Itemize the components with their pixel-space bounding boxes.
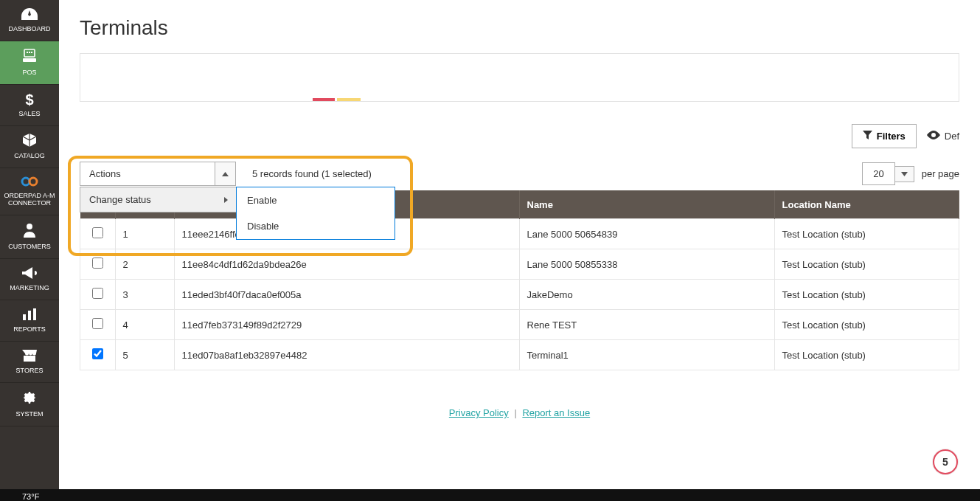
row-checkbox[interactable]	[92, 318, 103, 329]
svg-rect-4	[31, 52, 32, 53]
footer: Privacy Policy | Report an Issue	[80, 370, 959, 426]
table-row[interactable]: 311eded3bf40f7daca0ef005aJakeDemoTest Lo…	[80, 280, 959, 310]
table-row[interactable]: 411ed7feb373149f89d2f2729Rene TESTTest L…	[80, 310, 959, 340]
terminals-table: ID Terminal Id Name Location Name 111eee…	[80, 190, 959, 370]
person-icon	[24, 223, 35, 240]
sidebar-item-label: MARKETING	[10, 284, 49, 292]
sidebar-item-label: STORES	[16, 367, 44, 375]
banner-accent	[313, 98, 335, 101]
row-checkbox[interactable]	[92, 288, 103, 299]
main-content: Terminals Filters Def Actions	[59, 0, 980, 489]
pos-icon	[22, 49, 37, 66]
sidebar-item-system[interactable]: SYSTEM	[0, 383, 59, 426]
report-issue-link[interactable]: Report an Issue	[522, 407, 590, 418]
submenu-disable[interactable]: Disable	[237, 213, 395, 239]
actions-dropdown[interactable]: Actions	[80, 162, 236, 186]
default-view-button[interactable]: Def	[927, 131, 959, 142]
cell-name: Lane 5000 50654839	[519, 219, 774, 249]
cell-terminal-id: 11eded3bf40f7daca0ef005a	[174, 280, 519, 310]
cell-location: Test Location (stub)	[774, 340, 959, 370]
row-checkbox[interactable]	[92, 258, 103, 269]
cell-name: Terminal1	[519, 340, 774, 370]
eye-icon	[927, 131, 940, 142]
actions-submenu: Change status	[80, 187, 237, 213]
cell-name: JakeDemo	[519, 280, 774, 310]
megaphone-icon	[22, 267, 37, 281]
os-taskbar: 73°F	[0, 489, 980, 501]
sidebar-item-reports[interactable]: REPORTS	[0, 300, 59, 342]
cell-id: 2	[115, 249, 174, 280]
per-page-label: per page	[922, 168, 959, 179]
banner-accent	[337, 98, 361, 101]
cell-location: Test Location (stub)	[774, 280, 959, 310]
page-title: Terminals	[80, 16, 959, 40]
cell-id: 4	[115, 310, 174, 340]
funnel-icon	[863, 131, 872, 142]
bar-chart-icon	[23, 308, 36, 322]
cell-name: Rene TEST	[519, 310, 774, 340]
cell-id: 1	[115, 219, 174, 249]
svg-rect-11	[24, 356, 35, 362]
cell-id: 5	[115, 340, 174, 370]
weather-temp: 73°F	[22, 492, 39, 501]
dashboard-icon	[21, 8, 38, 22]
sidebar-item-label: ORDERPAD A-M CONNECTOR	[1, 192, 58, 208]
cell-terminal-id: 11ed07ba8af1eb32897e4482	[174, 340, 519, 370]
sidebar-item-label: CATALOG	[14, 152, 45, 160]
separator: |	[514, 407, 516, 418]
sidebar-item-label: REPORTS	[13, 325, 45, 334]
sidebar-item-catalog[interactable]: CATALOG	[0, 126, 59, 168]
sidebar-item-sales[interactable]: $ SALES	[0, 85, 59, 126]
cell-terminal-id: 11ed7feb373149f89d2f2729	[174, 310, 519, 340]
caret-up-icon	[215, 162, 235, 185]
table-row[interactable]: 511ed07ba8af1eb32897e4482Terminal1Test L…	[80, 340, 959, 370]
svg-point-6	[29, 178, 37, 185]
svg-rect-10	[33, 308, 36, 320]
filters-button[interactable]: Filters	[852, 124, 917, 148]
sidebar-item-customers[interactable]: CUSTOMERS	[0, 215, 59, 259]
notice-banner	[80, 53, 959, 102]
table-row[interactable]: 211ee84c4df1d62da9bdea26eLane 5000 50855…	[80, 249, 959, 280]
notification-badge[interactable]: 5	[933, 449, 958, 474]
sidebar-item-pos[interactable]: POS	[0, 41, 59, 85]
sidebar-item-label: DASHBOARD	[8, 25, 50, 33]
caret-right-icon	[224, 194, 228, 205]
svg-rect-9	[28, 311, 31, 320]
cell-name: Lane 5000 50855338	[519, 249, 774, 280]
sidebar-item-dashboard[interactable]: DASHBOARD	[0, 0, 59, 41]
table-row[interactable]: 111eee2146ffc63e48143a372Lane 5000 50654…	[80, 219, 959, 249]
cube-icon	[22, 134, 37, 149]
filters-label: Filters	[877, 131, 906, 142]
cell-location: Test Location (stub)	[774, 249, 959, 280]
submenu-label: Change status	[89, 194, 151, 205]
privacy-link[interactable]: Privacy Policy	[449, 407, 509, 418]
per-page-value[interactable]: 20	[862, 162, 894, 185]
actions-label: Actions	[80, 162, 215, 185]
submenu-change-status[interactable]: Change status	[80, 187, 237, 212]
sidebar-item-label: POS	[22, 69, 36, 77]
cell-location: Test Location (stub)	[774, 219, 959, 249]
row-checkbox[interactable]	[92, 227, 103, 238]
connector-icon	[21, 176, 38, 189]
sidebar-item-stores[interactable]: STORES	[0, 342, 59, 383]
status-submenu: Enable Disable	[236, 187, 395, 240]
dollar-icon: $	[25, 92, 33, 107]
sidebar-item-connector[interactable]: ORDERPAD A-M CONNECTOR	[0, 168, 59, 216]
cell-id: 3	[115, 280, 174, 310]
th-location[interactable]: Location Name	[774, 190, 959, 219]
pagination: 20 per page	[862, 162, 959, 185]
toolbar: Filters Def	[80, 124, 959, 148]
sidebar-item-marketing[interactable]: MARKETING	[0, 259, 59, 300]
svg-point-7	[27, 224, 32, 229]
svg-rect-1	[23, 58, 36, 62]
cell-location: Test Location (stub)	[774, 310, 959, 340]
sidebar: DASHBOARD POS $ SALES CATALOG ORDERPAD A…	[0, 0, 59, 489]
sidebar-item-label: CUSTOMERS	[8, 243, 50, 251]
stores-icon	[22, 350, 37, 364]
cell-terminal-id: 11ee84c4df1d62da9bdea26e	[174, 249, 519, 280]
th-name[interactable]: Name	[519, 190, 774, 219]
sidebar-item-label: SYSTEM	[15, 410, 43, 418]
per-page-dropdown[interactable]	[895, 166, 914, 182]
submenu-enable[interactable]: Enable	[237, 187, 395, 213]
row-checkbox[interactable]	[92, 348, 103, 359]
